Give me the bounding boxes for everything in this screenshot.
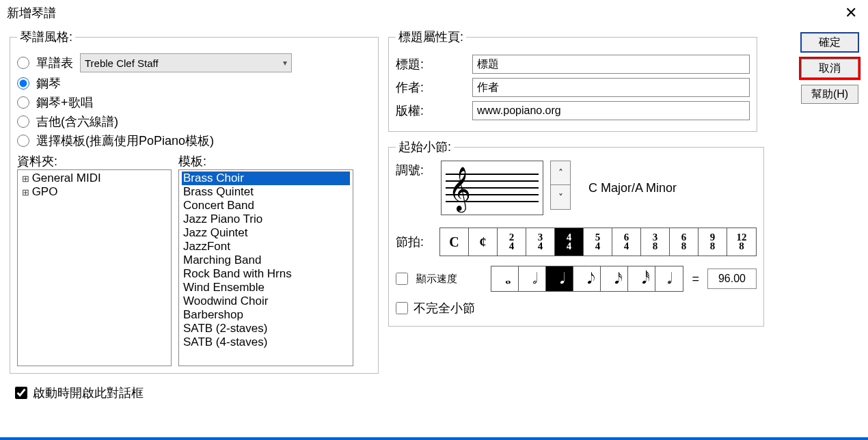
radio-template-label: 選擇模板(推薦使用PoPiano模板) xyxy=(36,133,214,149)
list-item[interactable]: Brass Choir xyxy=(182,171,350,185)
copyright-field[interactable] xyxy=(472,101,750,120)
list-item[interactable]: Barbershop xyxy=(182,308,350,322)
timesig-button[interactable]: 34 xyxy=(526,228,555,256)
folder-label: 資料夾: xyxy=(17,153,172,169)
radio-single-staff-label: 單譜表 xyxy=(36,55,73,71)
radio-single-staff[interactable] xyxy=(17,57,29,69)
help-button[interactable]: 幫助(H) xyxy=(801,85,858,104)
folder-listbox[interactable]: General MIDIGPO xyxy=(17,169,172,366)
radio-piano-vocal[interactable] xyxy=(17,96,29,109)
timesig-button[interactable]: 64 xyxy=(612,228,641,256)
timesig-button[interactable]: 54 xyxy=(584,228,612,256)
note-value-button[interactable]: 𝅝 xyxy=(491,266,519,291)
timesig-label: 節拍: xyxy=(396,234,434,250)
radio-guitar[interactable] xyxy=(17,115,29,128)
show-tempo-label: 顯示速度 xyxy=(416,273,457,286)
timesig-button[interactable]: 38 xyxy=(641,228,670,256)
score-style-group: 琴譜風格: 單譜表 Treble Clef Staff ▾ 鋼琴 鋼琴+歌唱 吉… xyxy=(10,29,379,374)
ok-button[interactable]: 確定 xyxy=(801,33,858,52)
list-item[interactable]: SATB (2-staves) xyxy=(182,322,350,335)
timesig-button[interactable]: ¢ xyxy=(469,228,498,256)
start-measure-legend: 起始小節: xyxy=(396,139,454,155)
keysig-name: C Major/A Minor xyxy=(588,181,677,195)
close-icon[interactable]: ✕ xyxy=(841,4,861,22)
title-props-group: 標題屬性頁: 標題: 作者: 版權: xyxy=(388,29,757,132)
timesig-button[interactable]: 68 xyxy=(670,228,699,256)
template-listbox[interactable]: Brass ChoirBrass QuintetConcert BandJazz… xyxy=(178,169,353,366)
template-label: 模板: xyxy=(178,153,206,169)
keysig-down-button[interactable]: ˅ xyxy=(550,185,571,210)
dialog-title: 新增琴譜 xyxy=(7,5,56,21)
tempo-field[interactable] xyxy=(707,269,757,289)
cancel-button[interactable]: 取消 xyxy=(801,59,858,78)
note-value-button[interactable]: 𝅘𝅥𝅮 xyxy=(573,266,601,291)
note-value-button[interactable]: 𝅘𝅥𝅯 xyxy=(601,266,628,291)
timesig-button[interactable]: C xyxy=(440,228,469,256)
note-value-button[interactable]: 𝅗𝅥. xyxy=(655,266,683,291)
pickup-checkbox[interactable] xyxy=(396,302,408,314)
list-item[interactable]: Concert Band xyxy=(182,199,350,212)
show-on-startup-label: 啟動時開啟此對話框 xyxy=(33,385,144,401)
author-label: 作者: xyxy=(396,79,472,96)
equals-sign: = xyxy=(692,272,699,286)
author-field[interactable] xyxy=(472,78,750,97)
keysig-preview: 𝄞 xyxy=(441,161,543,215)
list-item[interactable]: Rock Band with Hrns xyxy=(182,267,350,281)
note-value-button[interactable]: 𝅘𝅥𝅰 xyxy=(628,266,655,291)
clef-combo-value: Treble Clef Staff xyxy=(85,57,159,69)
timesig-buttons: C¢2434445464386898128 xyxy=(439,228,757,256)
timesig-button[interactable]: 44 xyxy=(555,228,584,256)
chevron-down-icon: ▾ xyxy=(283,58,287,68)
radio-template[interactable] xyxy=(17,135,29,147)
timesig-button[interactable]: 98 xyxy=(699,228,727,256)
radio-piano-label: 鋼琴 xyxy=(36,75,61,92)
list-item[interactable]: Woodwind Choir xyxy=(182,294,350,308)
radio-piano-vocal-label: 鋼琴+歌唱 xyxy=(36,94,93,111)
list-item[interactable]: General MIDI xyxy=(21,171,168,185)
list-item[interactable]: Brass Quintet xyxy=(182,185,350,199)
show-tempo-checkbox[interactable] xyxy=(396,273,408,285)
list-item[interactable]: Marching Band xyxy=(182,253,350,267)
timesig-button[interactable]: 128 xyxy=(727,228,756,256)
start-measure-group: 起始小節: 調號: 𝄞 ˄ ˅ C Major/A Minor 節拍: C¢24… xyxy=(388,139,764,327)
keysig-up-button[interactable]: ˄ xyxy=(550,161,571,185)
list-item[interactable]: SATB (4-staves) xyxy=(182,335,350,349)
radio-guitar-label: 吉他(含六線譜) xyxy=(36,113,118,130)
tempo-note-buttons: 𝅝𝅗𝅥𝅘𝅥𝅘𝅥𝅮𝅘𝅥𝅯𝅘𝅥𝅰𝅗𝅥. xyxy=(491,266,683,292)
list-item[interactable]: JazzFont xyxy=(182,240,350,253)
treble-clef-icon: 𝄞 xyxy=(448,169,471,208)
show-on-startup-checkbox[interactable] xyxy=(15,387,27,399)
list-item[interactable]: GPO xyxy=(21,185,168,199)
title-label: 標題: xyxy=(396,56,472,72)
keysig-label: 調號: xyxy=(396,161,434,178)
radio-piano[interactable] xyxy=(17,77,29,90)
copyright-label: 版權: xyxy=(396,102,472,119)
pickup-label: 不完全小節 xyxy=(413,300,475,316)
footer-accent xyxy=(0,437,868,440)
list-item[interactable]: Jazz Quintet xyxy=(182,226,350,240)
title-field[interactable] xyxy=(472,55,750,74)
title-props-legend: 標題屬性頁: xyxy=(396,29,466,45)
clef-combo[interactable]: Treble Clef Staff ▾ xyxy=(80,53,292,72)
note-value-button[interactable]: 𝅘𝅥 xyxy=(546,266,573,291)
note-value-button[interactable]: 𝅗𝅥 xyxy=(519,266,546,291)
list-item[interactable]: Jazz Piano Trio xyxy=(182,212,350,226)
timesig-button[interactable]: 24 xyxy=(498,228,526,256)
list-item[interactable]: Wind Ensemble xyxy=(182,281,350,294)
score-style-legend: 琴譜風格: xyxy=(17,29,75,45)
